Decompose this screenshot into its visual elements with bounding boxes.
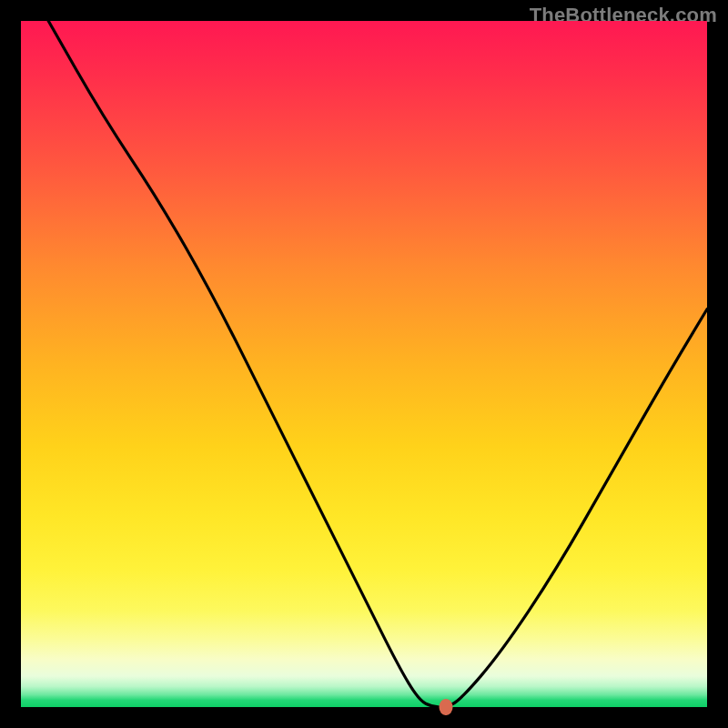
plot-area (21, 21, 707, 707)
minimum-marker (440, 699, 453, 715)
chart-container: TheBottleneck.com (0, 0, 728, 728)
bottleneck-curve (21, 21, 707, 707)
